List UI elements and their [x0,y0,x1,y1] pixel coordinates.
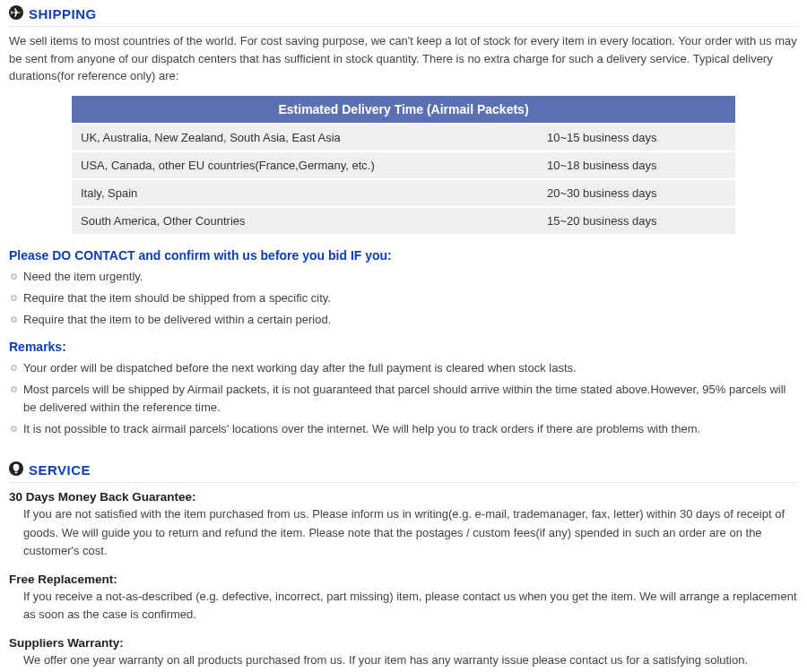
warranty-heading: Suppliers Warranty: [9,636,798,650]
shipping-section: SHIPPING We sell items to most countries… [0,0,807,440]
contact-sub-head: Please DO CONTACT and confirm with us be… [9,248,798,263]
region-cell: Italy, Spain [72,180,538,206]
shipping-remarks-list: Your order will be dispatched before the… [9,358,798,441]
list-item: It is not possible to track airmail parc… [9,418,798,440]
shipping-intro: We sell items to most countries of the w… [9,32,798,85]
table-row: South America, Other Countries15~20 busi… [72,208,735,234]
delivery-table-header: Estimated Delivery Time (Airmail Packets… [72,96,735,123]
free-replacement-body: If you receive a not-as-described (e.g. … [9,588,798,629]
shipping-title: SHIPPING [29,6,97,22]
airplane-icon [9,5,23,22]
service-section: SERVICE 30 Days Money Back Guarantee: If… [0,456,807,672]
list-item: Need the item urgently. [9,266,798,288]
list-item: Most parcels will be shipped by Airmail … [9,379,798,418]
service-icon [9,461,23,478]
time-cell: 10~15 business days [538,125,735,151]
region-cell: South America, Other Countries [72,208,538,234]
time-cell: 10~18 business days [538,152,735,178]
shipping-remarks-head: Remarks: [9,340,798,354]
region-cell: UK, Australia, New Zealand, South Asia, … [72,125,538,151]
list-item: Require that the item should be shipped … [9,288,798,309]
table-row: UK, Australia, New Zealand, South Asia, … [72,125,735,151]
list-item: Require that the item to be delivered wi… [9,309,798,331]
contact-list: Need the item urgently. Require that the… [9,266,798,331]
shipping-header: SHIPPING [9,0,798,27]
list-item: Your order will be dispatched before the… [9,358,798,379]
table-row: Italy, Spain20~30 business days [72,180,735,206]
free-replacement-heading: Free Replacement: [9,573,798,586]
service-title: SERVICE [29,462,91,478]
service-header: SERVICE [9,456,798,483]
region-cell: USA, Canada, other EU countries(France,G… [72,152,538,178]
money-back-body: If you are not satisfied with the item p… [9,505,798,564]
warranty-body: We offer one year warranty on all produc… [9,651,798,672]
money-back-heading: 30 Days Money Back Guarantee: [9,490,798,504]
delivery-table: Estimated Delivery Time (Airmail Packets… [72,94,735,236]
table-row: USA, Canada, other EU countries(France,G… [72,152,735,178]
time-cell: 20~30 business days [538,180,735,206]
time-cell: 15~20 business days [538,208,735,234]
